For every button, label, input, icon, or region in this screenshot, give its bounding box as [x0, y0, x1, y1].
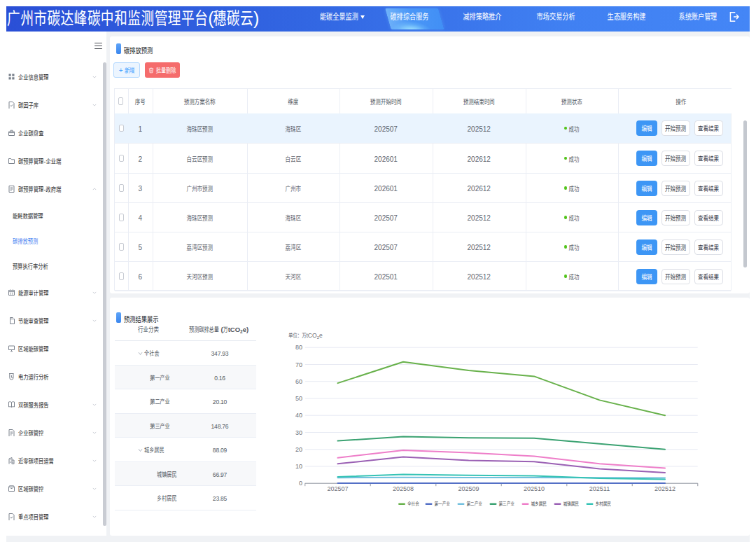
svg-text:80: 80	[295, 342, 302, 352]
svg-text:10: 10	[295, 461, 302, 471]
svg-text:202511: 202511	[589, 484, 610, 493]
svg-text:乡村居民: 乡村居民	[596, 499, 612, 507]
svg-text:单位：万tCO2e: 单位：万tCO2e	[288, 331, 323, 340]
svg-text:40: 40	[295, 410, 302, 419]
svg-text:第三产业: 第三产业	[499, 499, 515, 507]
svg-text:202508: 202508	[393, 484, 414, 493]
svg-text:50: 50	[295, 394, 302, 403]
svg-text:城乡居民: 城乡居民	[531, 499, 547, 507]
svg-text:202510: 202510	[524, 484, 545, 493]
svg-text:60: 60	[295, 377, 302, 386]
svg-text:30: 30	[295, 428, 302, 437]
svg-text:城镇居民: 城镇居民	[564, 499, 580, 507]
svg-text:第二产业: 第二产业	[467, 499, 483, 507]
svg-text:第一产业: 第一产业	[435, 499, 451, 507]
svg-text:202509: 202509	[458, 484, 479, 493]
svg-text:70: 70	[295, 360, 302, 369]
svg-text:202507: 202507	[327, 484, 348, 493]
svg-text:202512: 202512	[654, 484, 676, 493]
svg-text:0: 0	[299, 478, 302, 487]
svg-text:20: 20	[295, 445, 302, 454]
svg-text:全社会: 全社会	[407, 499, 419, 507]
